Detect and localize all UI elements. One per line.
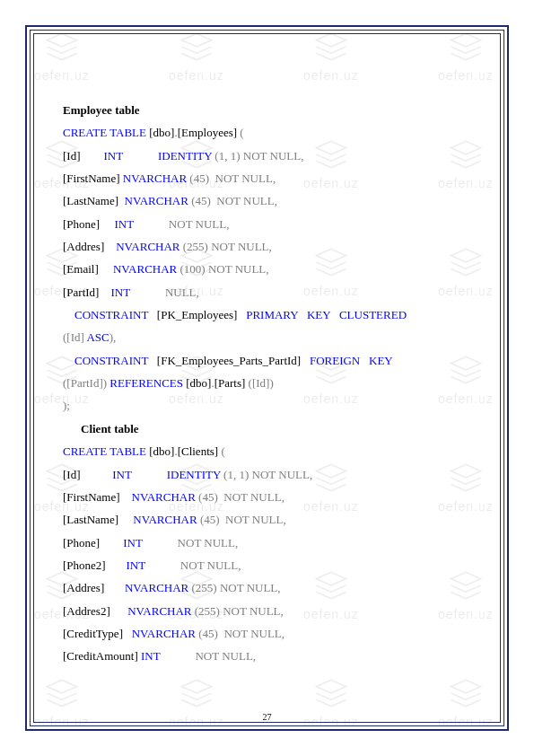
sql-line: ); xyxy=(63,394,473,417)
sql-line: [Id] INT IDENTITY (1, 1) NOT NULL, xyxy=(63,145,473,167)
sql-line: [Email] NVARCHAR (100) NOT NULL, xyxy=(63,258,473,280)
sql-line: ([Id] ASC), xyxy=(63,326,473,348)
heading-client: Client table xyxy=(81,418,473,440)
sql-line: [Phone] INT NOT NULL, xyxy=(63,532,473,554)
sql-line: [FirstName] NVARCHAR (45) NOT NULL, xyxy=(63,486,473,508)
sql-line: [Phone2] INT NOT NULL, xyxy=(63,554,473,576)
sql-line: [Id] INT IDENTITY (1, 1) NOT NULL, xyxy=(63,463,473,486)
sql-line: [PartId] INT NULL, xyxy=(63,281,473,303)
sql-line: [CreditAmount] INT NOT NULL, xyxy=(63,645,473,667)
sql-line: CONSTRAINT [PK_Employees] PRIMARY KEY CL… xyxy=(63,303,473,326)
sql-line: [Addres] NVARCHAR (255) NOT NULL, xyxy=(63,576,473,599)
sql-line: [LastName] NVARCHAR (45) NOT NULL, xyxy=(63,508,473,531)
sql-line: [Addres2] NVARCHAR (255) NOT NULL, xyxy=(63,600,473,622)
heading-employee: Employee table xyxy=(63,99,473,121)
document-body: Employee table CREATE TABLE [dbo].[Emplo… xyxy=(63,99,473,711)
sql-line: [LastName] NVARCHAR (45) NOT NULL, xyxy=(63,189,473,212)
sql-line: CREATE TABLE [dbo].[Employees] ( xyxy=(63,121,473,144)
sql-line: ([PartId]) REFERENCES [dbo].[Parts] ([Id… xyxy=(63,372,473,394)
sql-line: [Addres] NVARCHAR (255) NOT NULL, xyxy=(63,235,473,258)
page-number: 27 xyxy=(0,712,534,722)
sql-line: CONSTRAINT [FK_Employees_Parts_PartId] F… xyxy=(63,349,473,372)
sql-line: [CreditType] NVARCHAR (45) NOT NULL, xyxy=(63,622,473,645)
sql-line: [Phone] INT NOT NULL, xyxy=(63,213,473,235)
sql-line: [FirstName] NVARCHAR (45) NOT NULL, xyxy=(63,167,473,189)
sql-line: CREATE TABLE [dbo].[Clients] ( xyxy=(63,440,473,462)
